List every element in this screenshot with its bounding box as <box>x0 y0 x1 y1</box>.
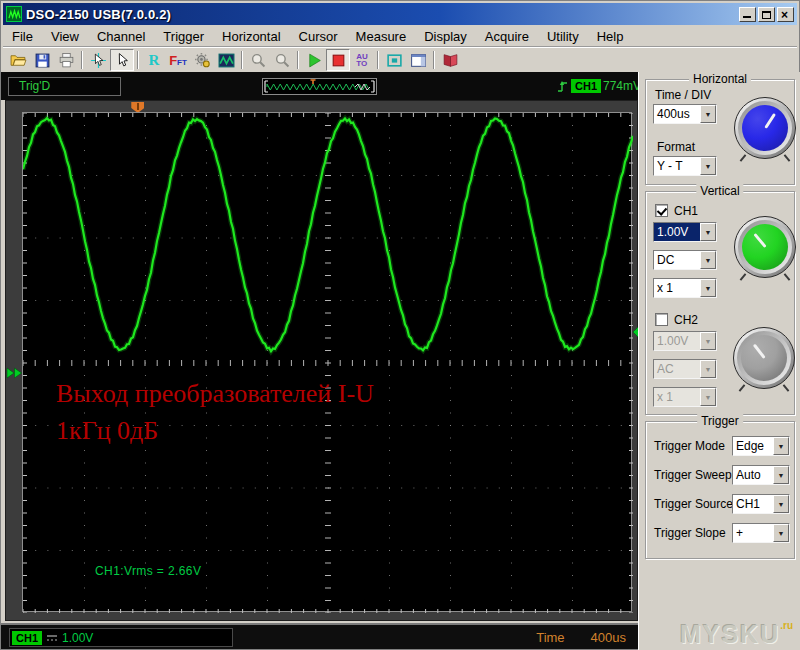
group-title: Horizontal <box>689 72 751 86</box>
open-button[interactable] <box>6 49 30 71</box>
acquisition-preview[interactable] <box>262 78 377 95</box>
app-icon <box>6 6 22 22</box>
close-button[interactable]: × <box>777 7 794 22</box>
trigger-group: Trigger Trigger ModeEdgeTrigger SweepAut… <box>645 421 795 559</box>
ch1-volt-select[interactable]: 1.00V <box>653 222 717 242</box>
trigger-edge-icon <box>557 79 569 98</box>
minimize-button[interactable] <box>739 7 756 22</box>
trigger-source-select[interactable]: CH1 <box>732 494 790 514</box>
trigger-sweep-select[interactable]: Auto <box>732 465 790 485</box>
ch2-position-knob[interactable] <box>733 327 795 389</box>
trigger-row: Trigger ModeEdge <box>646 435 794 457</box>
toolbar-separator <box>81 51 83 69</box>
stop-button[interactable] <box>326 49 350 71</box>
ref-wave-button[interactable]: R <box>142 49 166 71</box>
ch1-position-marker[interactable] <box>6 365 23 381</box>
dropdown-arrow-icon[interactable] <box>700 332 716 350</box>
trigger-row: Trigger SweepAuto <box>646 464 794 486</box>
cursor-track-button[interactable] <box>86 49 110 71</box>
start-button[interactable] <box>302 49 326 71</box>
trigger-slope-select[interactable]: + <box>732 523 790 543</box>
dropdown-arrow-icon[interactable] <box>773 524 789 542</box>
annotation-line2: 1кГц 0дБ <box>56 412 374 449</box>
cursor-select-button[interactable] <box>110 49 134 71</box>
menu-acquire[interactable]: Acquire <box>476 27 538 46</box>
maximize-button[interactable] <box>758 7 775 22</box>
ch1-coupling-select[interactable]: DC <box>653 250 717 270</box>
title-bar: DSO-2150 USB(7.0.0.2) × <box>3 3 797 25</box>
menu-trigger[interactable]: Trigger <box>154 27 213 46</box>
graticule: Выход преобразователей I-U 1кГц 0дБ CH1:… <box>22 112 632 612</box>
annotation-line1: Выход преобразователей I-U <box>56 375 374 412</box>
dropdown-arrow-icon[interactable] <box>700 388 716 406</box>
format-label: Format <box>657 140 695 154</box>
menu-bar: FileViewChannelTriggerHorizontalCursorMe… <box>3 26 797 47</box>
scope-display[interactable]: T Выход преобразователей I-U 1кГц 0дБ CH… <box>5 100 638 621</box>
format-select[interactable]: Y - T <box>653 156 717 176</box>
ch1-probe-select[interactable]: x 1 <box>653 278 717 298</box>
menu-channel[interactable]: Channel <box>88 27 154 46</box>
close-icon: × <box>781 8 788 22</box>
time-div-select[interactable]: 400us <box>653 104 717 124</box>
dropdown-arrow-icon[interactable] <box>700 223 716 241</box>
double-arrow-icon <box>6 365 23 381</box>
dropdown-arrow-icon[interactable] <box>700 360 716 378</box>
bottom-status-bar: CH1 1.00V Time400us <box>1 623 638 649</box>
zoom-out-button[interactable] <box>270 49 294 71</box>
ch1-checkbox[interactable] <box>655 204 668 217</box>
trigger-row-label: Trigger Source <box>654 497 733 511</box>
dc-coupling-icon <box>46 634 58 642</box>
menu-horizontal[interactable]: Horizontal <box>213 27 290 46</box>
ch1-label: CH1 <box>674 204 698 218</box>
toolbar: RFFTAUTO <box>3 47 797 72</box>
horizontal-knob[interactable] <box>734 97 796 159</box>
annotation-text: Выход преобразователей I-U 1кГц 0дБ <box>56 375 374 449</box>
dropdown-arrow-icon[interactable] <box>773 437 789 455</box>
menu-display[interactable]: Display <box>415 27 476 46</box>
channel-badge: CH1 <box>12 631 42 645</box>
menu-utility[interactable]: Utility <box>538 27 588 46</box>
waveform-display-button[interactable] <box>214 49 238 71</box>
time-label: Time <box>536 630 564 645</box>
fft-button[interactable]: FFT <box>166 49 190 71</box>
ch2-checkbox[interactable] <box>655 313 668 326</box>
ch2-coupling-select[interactable]: AC <box>653 359 717 379</box>
zoom-in-button[interactable] <box>246 49 270 71</box>
dropdown-arrow-icon[interactable] <box>700 105 716 123</box>
top-status-bar: Trig'D CH1 774mV <box>1 72 638 100</box>
ch1-position-knob[interactable] <box>734 216 796 278</box>
print-button[interactable] <box>54 49 78 71</box>
menu-measure[interactable]: Measure <box>347 27 416 46</box>
ch2-volt-select[interactable]: 1.00V <box>653 331 717 351</box>
group-title: Vertical <box>696 184 743 198</box>
scope-area: T Выход преобразователей I-U 1кГц 0дБ CH… <box>1 100 638 623</box>
window-layout-button[interactable] <box>406 49 430 71</box>
ch2-probe-select[interactable]: x 1 <box>653 387 717 407</box>
dropdown-arrow-icon[interactable] <box>773 495 789 513</box>
auto-set-button[interactable]: AUTO <box>350 49 374 71</box>
trigger-row-label: Trigger Sweep <box>654 468 732 482</box>
toolbar-separator <box>297 51 299 69</box>
app-window: DSO-2150 USB(7.0.0.2) × FileViewChannelT… <box>0 0 800 650</box>
dropdown-arrow-icon[interactable] <box>700 251 716 269</box>
trigger-row: Trigger SourceCH1 <box>646 493 794 515</box>
watermark: MYSKU.ru <box>680 620 793 649</box>
dropdown-arrow-icon[interactable] <box>773 466 789 484</box>
vrms-measurement: CH1:Vrms = 2.66V <box>95 564 201 578</box>
dropdown-arrow-icon[interactable] <box>700 279 716 297</box>
channel-badge: CH1 <box>571 79 601 93</box>
snapshot-button[interactable] <box>382 49 406 71</box>
menu-file[interactable]: File <box>3 27 42 46</box>
menu-view[interactable]: View <box>42 27 88 46</box>
toolbar-separator <box>433 51 435 69</box>
save-button[interactable] <box>30 49 54 71</box>
control-panel: Horizontal Time / DIV 400us Format Y - T… <box>638 72 800 650</box>
help-book-button[interactable] <box>438 49 462 71</box>
menu-help[interactable]: Help <box>588 27 633 46</box>
menu-cursor[interactable]: Cursor <box>290 27 347 46</box>
trigger-mode-select[interactable]: Edge <box>732 436 790 456</box>
volts-per-div: 1.00V <box>62 631 93 645</box>
self-calibration-button[interactable] <box>190 49 214 71</box>
dropdown-arrow-icon[interactable] <box>700 157 716 175</box>
time-value: 400us <box>591 630 626 645</box>
